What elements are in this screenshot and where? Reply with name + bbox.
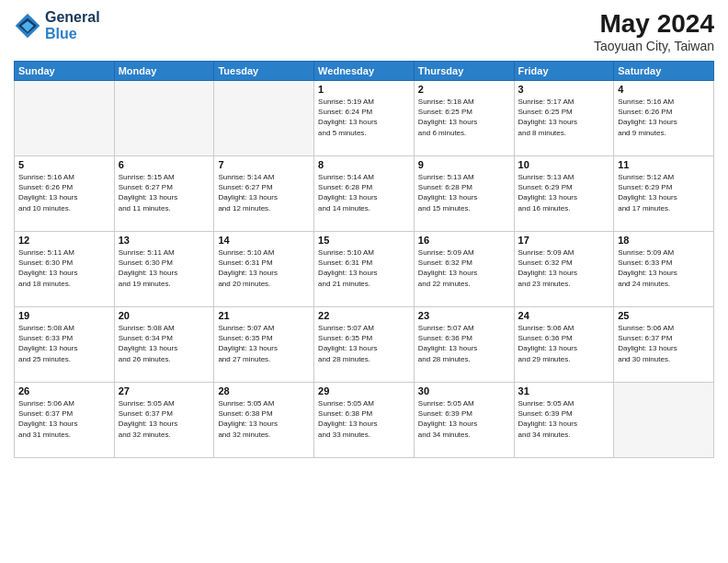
logo-line1: General bbox=[45, 9, 100, 26]
day-info: Sunrise: 5:07 AM Sunset: 6:35 PM Dayligh… bbox=[318, 323, 410, 364]
calendar-cell: 21Sunrise: 5:07 AM Sunset: 6:35 PM Dayli… bbox=[214, 307, 314, 383]
day-info: Sunrise: 5:13 AM Sunset: 6:28 PM Dayligh… bbox=[418, 172, 510, 213]
weekday-header-friday: Friday bbox=[514, 62, 614, 81]
day-number: 23 bbox=[418, 310, 510, 321]
weekday-header-tuesday: Tuesday bbox=[214, 62, 314, 81]
day-number: 7 bbox=[218, 159, 310, 170]
calendar-cell: 24Sunrise: 5:06 AM Sunset: 6:36 PM Dayli… bbox=[514, 307, 614, 383]
day-number: 26 bbox=[18, 385, 110, 396]
day-number: 22 bbox=[318, 310, 410, 321]
week-row-3: 12Sunrise: 5:11 AM Sunset: 6:30 PM Dayli… bbox=[15, 232, 714, 307]
day-info: Sunrise: 5:09 AM Sunset: 6:33 PM Dayligh… bbox=[618, 247, 710, 289]
day-number: 20 bbox=[119, 310, 210, 321]
day-info: Sunrise: 5:06 AM Sunset: 6:37 PM Dayligh… bbox=[18, 398, 110, 440]
day-info: Sunrise: 5:09 AM Sunset: 6:32 PM Dayligh… bbox=[518, 247, 610, 289]
day-info: Sunrise: 5:14 AM Sunset: 6:28 PM Dayligh… bbox=[318, 172, 410, 213]
week-row-1: 1Sunrise: 5:19 AM Sunset: 6:24 PM Daylig… bbox=[15, 81, 714, 156]
calendar-cell: 29Sunrise: 5:05 AM Sunset: 6:38 PM Dayli… bbox=[314, 383, 415, 458]
day-info: Sunrise: 5:09 AM Sunset: 6:32 PM Dayligh… bbox=[418, 247, 510, 289]
day-number: 27 bbox=[119, 385, 210, 396]
calendar-cell: 27Sunrise: 5:05 AM Sunset: 6:37 PM Dayli… bbox=[114, 383, 214, 458]
day-info: Sunrise: 5:16 AM Sunset: 6:26 PM Dayligh… bbox=[18, 172, 110, 213]
day-number: 21 bbox=[218, 310, 310, 321]
day-number: 15 bbox=[318, 235, 410, 246]
calendar-cell: 1Sunrise: 5:19 AM Sunset: 6:24 PM Daylig… bbox=[314, 81, 415, 156]
day-info: Sunrise: 5:17 AM Sunset: 6:25 PM Dayligh… bbox=[518, 97, 610, 138]
day-number: 5 bbox=[18, 159, 110, 170]
day-info: Sunrise: 5:05 AM Sunset: 6:38 PM Dayligh… bbox=[218, 398, 310, 440]
day-number: 8 bbox=[318, 159, 410, 170]
calendar-cell: 8Sunrise: 5:14 AM Sunset: 6:28 PM Daylig… bbox=[314, 156, 415, 232]
title-block: May 2024 Taoyuan City, Taiwan bbox=[594, 9, 714, 53]
weekday-header-row: SundayMondayTuesdayWednesdayThursdayFrid… bbox=[15, 62, 714, 81]
calendar-cell: 25Sunrise: 5:06 AM Sunset: 6:37 PM Dayli… bbox=[614, 307, 714, 383]
calendar-cell: 18Sunrise: 5:09 AM Sunset: 6:33 PM Dayli… bbox=[614, 232, 714, 307]
day-number: 3 bbox=[518, 84, 610, 95]
calendar-cell: 4Sunrise: 5:16 AM Sunset: 6:26 PM Daylig… bbox=[614, 81, 714, 156]
calendar-cell bbox=[15, 81, 115, 156]
day-number: 14 bbox=[218, 235, 310, 246]
day-info: Sunrise: 5:11 AM Sunset: 6:30 PM Dayligh… bbox=[18, 247, 110, 289]
day-info: Sunrise: 5:11 AM Sunset: 6:30 PM Dayligh… bbox=[119, 247, 210, 289]
day-info: Sunrise: 5:05 AM Sunset: 6:37 PM Dayligh… bbox=[119, 398, 210, 440]
day-info: Sunrise: 5:12 AM Sunset: 6:29 PM Dayligh… bbox=[618, 172, 710, 213]
day-number: 13 bbox=[119, 235, 210, 246]
calendar-cell: 2Sunrise: 5:18 AM Sunset: 6:25 PM Daylig… bbox=[414, 81, 514, 156]
day-info: Sunrise: 5:13 AM Sunset: 6:29 PM Dayligh… bbox=[518, 172, 610, 213]
day-number: 18 bbox=[618, 235, 710, 246]
week-row-4: 19Sunrise: 5:08 AM Sunset: 6:33 PM Dayli… bbox=[15, 307, 714, 383]
calendar-cell bbox=[114, 81, 214, 156]
day-info: Sunrise: 5:07 AM Sunset: 6:35 PM Dayligh… bbox=[218, 323, 310, 364]
calendar-cell: 16Sunrise: 5:09 AM Sunset: 6:32 PM Dayli… bbox=[414, 232, 514, 307]
day-info: Sunrise: 5:10 AM Sunset: 6:31 PM Dayligh… bbox=[318, 247, 410, 289]
day-info: Sunrise: 5:07 AM Sunset: 6:36 PM Dayligh… bbox=[418, 323, 510, 364]
day-number: 6 bbox=[119, 159, 210, 170]
day-info: Sunrise: 5:16 AM Sunset: 6:26 PM Dayligh… bbox=[618, 97, 710, 138]
week-row-5: 26Sunrise: 5:06 AM Sunset: 6:37 PM Dayli… bbox=[15, 383, 714, 458]
day-info: Sunrise: 5:06 AM Sunset: 6:37 PM Dayligh… bbox=[618, 323, 710, 364]
location: Taoyuan City, Taiwan bbox=[594, 39, 714, 53]
day-info: Sunrise: 5:08 AM Sunset: 6:34 PM Dayligh… bbox=[119, 323, 210, 364]
weekday-header-wednesday: Wednesday bbox=[314, 62, 415, 81]
weekday-header-saturday: Saturday bbox=[614, 62, 714, 81]
calendar-cell: 3Sunrise: 5:17 AM Sunset: 6:25 PM Daylig… bbox=[514, 81, 614, 156]
day-info: Sunrise: 5:08 AM Sunset: 6:33 PM Dayligh… bbox=[18, 323, 110, 364]
day-number: 19 bbox=[18, 310, 110, 321]
calendar-table: SundayMondayTuesdayWednesdayThursdayFrid… bbox=[14, 61, 714, 458]
calendar-cell: 5Sunrise: 5:16 AM Sunset: 6:26 PM Daylig… bbox=[15, 156, 115, 232]
calendar-cell: 30Sunrise: 5:05 AM Sunset: 6:39 PM Dayli… bbox=[414, 383, 514, 458]
day-number: 16 bbox=[418, 235, 510, 246]
calendar-cell: 9Sunrise: 5:13 AM Sunset: 6:28 PM Daylig… bbox=[414, 156, 514, 232]
calendar-cell: 14Sunrise: 5:10 AM Sunset: 6:31 PM Dayli… bbox=[214, 232, 314, 307]
day-info: Sunrise: 5:14 AM Sunset: 6:27 PM Dayligh… bbox=[218, 172, 310, 213]
day-number: 2 bbox=[418, 84, 510, 95]
logo-text: General Blue bbox=[45, 9, 100, 41]
day-number: 10 bbox=[518, 159, 610, 170]
calendar-cell: 26Sunrise: 5:06 AM Sunset: 6:37 PM Dayli… bbox=[15, 383, 115, 458]
calendar-cell bbox=[214, 81, 314, 156]
day-number: 1 bbox=[318, 84, 410, 95]
day-number: 11 bbox=[618, 159, 710, 170]
day-number: 24 bbox=[518, 310, 610, 321]
day-info: Sunrise: 5:05 AM Sunset: 6:38 PM Dayligh… bbox=[318, 398, 410, 440]
header: General Blue May 2024 Taoyuan City, Taiw… bbox=[14, 9, 714, 53]
day-info: Sunrise: 5:05 AM Sunset: 6:39 PM Dayligh… bbox=[518, 398, 610, 440]
calendar-cell: 10Sunrise: 5:13 AM Sunset: 6:29 PM Dayli… bbox=[514, 156, 614, 232]
logo-icon bbox=[14, 12, 41, 40]
week-row-2: 5Sunrise: 5:16 AM Sunset: 6:26 PM Daylig… bbox=[15, 156, 714, 232]
day-info: Sunrise: 5:05 AM Sunset: 6:39 PM Dayligh… bbox=[418, 398, 510, 440]
calendar-cell: 12Sunrise: 5:11 AM Sunset: 6:30 PM Dayli… bbox=[15, 232, 115, 307]
day-number: 4 bbox=[618, 84, 710, 95]
page: General Blue May 2024 Taoyuan City, Taiw… bbox=[0, 0, 728, 563]
logo: General Blue bbox=[14, 9, 100, 41]
calendar-cell: 28Sunrise: 5:05 AM Sunset: 6:38 PM Dayli… bbox=[214, 383, 314, 458]
day-number: 28 bbox=[218, 385, 310, 396]
day-number: 31 bbox=[518, 385, 610, 396]
calendar-cell bbox=[614, 383, 714, 458]
day-number: 17 bbox=[518, 235, 610, 246]
calendar-cell: 13Sunrise: 5:11 AM Sunset: 6:30 PM Dayli… bbox=[114, 232, 214, 307]
weekday-header-thursday: Thursday bbox=[414, 62, 514, 81]
calendar-cell: 15Sunrise: 5:10 AM Sunset: 6:31 PM Dayli… bbox=[314, 232, 415, 307]
calendar-cell: 31Sunrise: 5:05 AM Sunset: 6:39 PM Dayli… bbox=[514, 383, 614, 458]
calendar-cell: 19Sunrise: 5:08 AM Sunset: 6:33 PM Dayli… bbox=[15, 307, 115, 383]
